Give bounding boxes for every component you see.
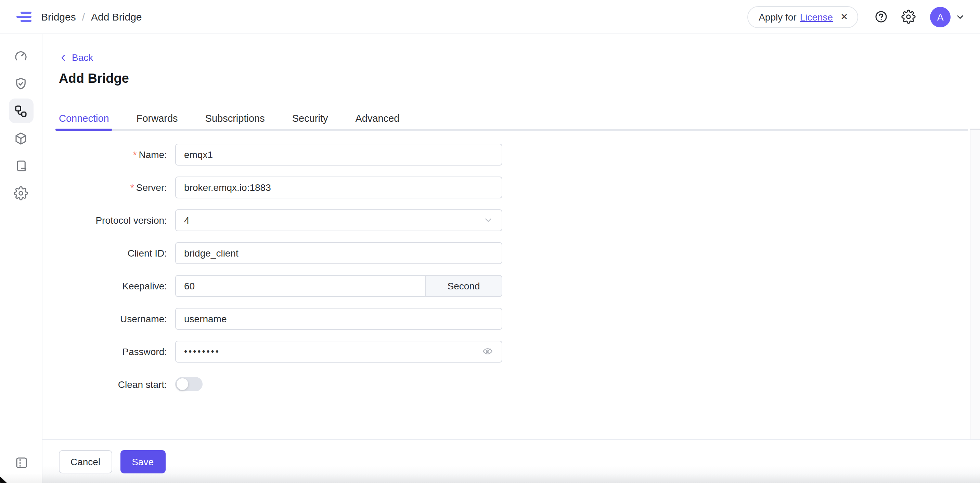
back-label: Back <box>72 51 93 64</box>
eye-off-icon[interactable] <box>482 345 493 357</box>
header-right: Apply for License ✕ A <box>747 6 965 28</box>
password-label-text: Password: <box>122 346 167 357</box>
tab-connection[interactable]: Connection <box>56 111 113 129</box>
main-content: Back Add Bridge ConnectionForwardsSubscr… <box>43 34 980 483</box>
cancel-button[interactable]: Cancel <box>59 450 112 473</box>
client-id-value: bridge_client <box>184 247 493 258</box>
clean-start-label-text: Clean start: <box>118 379 167 389</box>
license-close-icon[interactable]: ✕ <box>840 12 848 21</box>
breadcrumb-item-add-bridge: Add Bridge <box>91 11 142 22</box>
keepalive-value: 60 <box>184 280 417 291</box>
keepalive-control: 60Second <box>175 275 502 297</box>
settings-gear-icon <box>14 186 28 200</box>
client-id-label-text: Client ID: <box>127 247 167 258</box>
footer-bar: Cancel Save <box>43 439 980 483</box>
tab-advanced[interactable]: Advanced <box>352 111 403 129</box>
scrollbar-track[interactable] <box>970 130 980 483</box>
tab-forwards[interactable]: Forwards <box>133 111 181 129</box>
client-id-input[interactable]: bridge_client <box>175 242 502 264</box>
username-label-text: Username: <box>120 313 167 324</box>
logs-scroll-icon <box>14 158 28 173</box>
sidebar-item-modules-cube[interactable] <box>8 126 33 151</box>
keepalive-label-text: Keepalive: <box>122 280 167 291</box>
keepalive-unit-label: Second <box>426 275 502 297</box>
breadcrumb-item-bridges[interactable]: Bridges <box>41 11 76 22</box>
modules-cube-icon <box>14 131 28 145</box>
chevron-down-icon <box>483 215 493 225</box>
app-window: Bridges / Add Bridge Apply for License ✕ <box>0 0 980 483</box>
help-icon[interactable] <box>874 10 888 24</box>
breadcrumb-separator: / <box>82 11 85 22</box>
protocol-version-label: Protocol version: <box>59 214 175 226</box>
bridges-icon <box>14 104 28 118</box>
settings-icon[interactable] <box>901 10 916 24</box>
username-label: Username: <box>59 313 175 324</box>
avatar-letter: A <box>937 11 944 22</box>
collapse-sidebar-icon[interactable] <box>9 450 33 475</box>
protocol-version-control: 4 <box>175 209 502 231</box>
sidebar-item-bridges[interactable] <box>8 99 33 123</box>
keepalive-input-group: 60Second <box>175 275 502 297</box>
form-row-server: *Server:broker.emqx.io:1883 <box>59 176 968 198</box>
license-link[interactable]: License <box>800 11 833 22</box>
license-banner: Apply for License ✕ <box>747 6 858 28</box>
name-value: emqx1 <box>184 149 493 160</box>
server-value: broker.emqx.io:1883 <box>184 182 493 192</box>
required-asterisk: * <box>130 182 134 192</box>
name-control: emqx1 <box>175 143 502 165</box>
breadcrumb: Bridges / Add Bridge <box>41 11 142 22</box>
header-left: Bridges / Add Bridge <box>16 11 142 22</box>
user-menu-chevron-icon[interactable] <box>955 12 965 22</box>
form-row-name: *Name:emqx1 <box>59 143 968 165</box>
sidebar-item-settings-gear[interactable] <box>8 181 33 205</box>
server-input[interactable]: broker.emqx.io:1883 <box>175 176 502 198</box>
username-value: username <box>184 313 493 324</box>
clean-start-label: Clean start: <box>59 379 175 389</box>
sidebar-item-shield-check[interactable] <box>8 71 33 96</box>
content-area: Back Add Bridge ConnectionForwardsSubscr… <box>43 34 968 439</box>
sidebar-items <box>0 34 42 208</box>
sidebar <box>0 34 43 483</box>
protocol-version-value: 4 <box>184 214 483 226</box>
bridge-form: *Name:emqx1*Server:broker.emqx.io:1883Pr… <box>59 143 968 395</box>
form-row-username: Username:username <box>59 308 968 329</box>
client-id-label: Client ID: <box>59 247 175 258</box>
clean-start-toggle[interactable] <box>175 377 202 391</box>
password-control: •••••••• <box>175 340 502 362</box>
sidebar-item-logs-scroll[interactable] <box>8 153 33 178</box>
dashboard-gauge-icon <box>14 49 28 63</box>
form-row-keepalive: Keepalive:60Second <box>59 275 968 297</box>
form-row-client-id: Client ID:bridge_client <box>59 242 968 264</box>
form-row-clean-start: Clean start: <box>59 373 968 395</box>
sidebar-item-dashboard-gauge[interactable] <box>8 44 33 68</box>
client-id-control: bridge_client <box>175 242 502 264</box>
protocol-version-label-text: Protocol version: <box>95 214 167 226</box>
password-value: •••••••• <box>184 346 482 356</box>
app-header: Bridges / Add Bridge Apply for License ✕ <box>0 0 980 34</box>
tab-bar: ConnectionForwardsSubscriptionsSecurityA… <box>56 111 968 130</box>
server-label: *Server: <box>59 182 175 192</box>
username-input[interactable]: username <box>175 308 502 329</box>
keepalive-input[interactable]: 60 <box>175 275 426 297</box>
page-title: Add Bridge <box>59 70 968 87</box>
server-label-text: Server: <box>136 182 167 192</box>
form-row-password: Password:•••••••• <box>59 340 968 362</box>
avatar[interactable]: A <box>930 6 951 27</box>
password-input[interactable]: •••••••• <box>175 340 502 362</box>
sidebar-bottom <box>0 450 43 475</box>
server-control: broker.emqx.io:1883 <box>175 176 502 198</box>
name-label: *Name: <box>59 149 175 160</box>
name-label-text: Name: <box>139 149 167 160</box>
clean-start-control <box>175 377 202 391</box>
back-link[interactable]: Back <box>59 51 93 64</box>
menu-icon[interactable] <box>16 11 32 22</box>
shield-check-icon <box>14 76 28 91</box>
license-text: Apply for <box>759 11 797 22</box>
username-control: username <box>175 308 502 329</box>
tab-subscriptions[interactable]: Subscriptions <box>202 111 268 129</box>
protocol-version-select[interactable]: 4 <box>175 209 502 231</box>
save-button[interactable]: Save <box>120 450 165 473</box>
tab-security[interactable]: Security <box>289 111 332 129</box>
name-input[interactable]: emqx1 <box>175 143 502 165</box>
keepalive-label: Keepalive: <box>59 280 175 291</box>
